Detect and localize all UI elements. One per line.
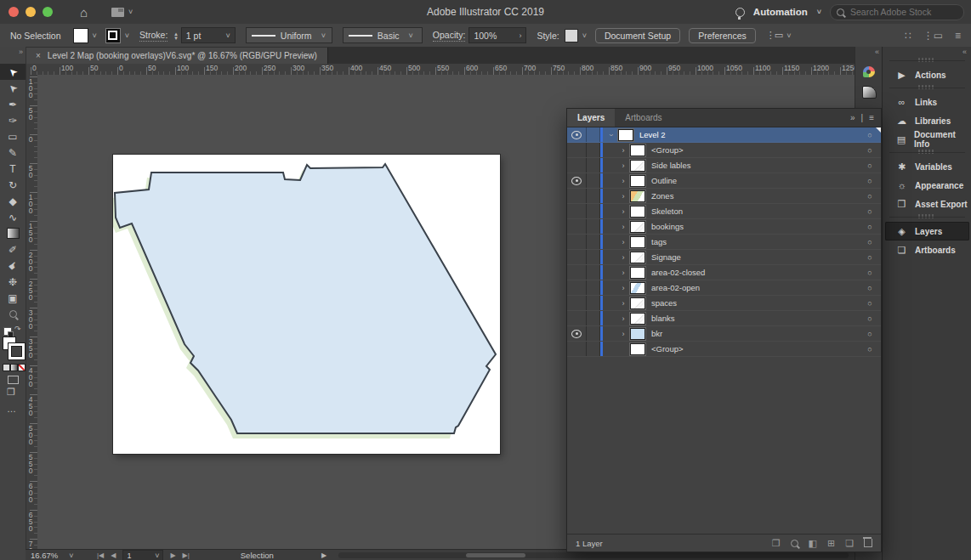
gradient-tool[interactable] xyxy=(0,225,26,241)
screen-mode-icon[interactable]: ❐ xyxy=(7,387,15,398)
next-artboard-button[interactable]: ▶ xyxy=(170,552,175,559)
lock-toggle[interactable] xyxy=(587,189,600,203)
layer-row[interactable]: ›bookings○ xyxy=(567,219,881,235)
target-circle-icon[interactable]: ○ xyxy=(859,161,881,170)
close-window-button[interactable] xyxy=(9,7,19,17)
selection-tool[interactable]: ➤ xyxy=(0,64,26,80)
eyedropper-tool[interactable]: ✐ xyxy=(0,241,26,257)
chevron-down-icon[interactable]: ˅ xyxy=(128,8,133,16)
workspace-switcher-icon[interactable]: ⋮▭ xyxy=(923,30,943,42)
make-clipping-mask-icon[interactable]: ◧ xyxy=(809,538,817,549)
layer-name[interactable]: spaces xyxy=(651,298,677,308)
tab-layers[interactable]: Layers xyxy=(567,109,615,127)
layer-row[interactable]: ›Level 2○ xyxy=(567,127,881,143)
dock-divider[interactable] xyxy=(883,57,971,65)
lock-toggle[interactable] xyxy=(587,250,600,264)
zoom-tool[interactable] xyxy=(0,306,26,322)
minimize-window-button[interactable] xyxy=(26,7,36,17)
new-sublayer-icon[interactable]: ⊞ xyxy=(827,538,835,549)
layer-row[interactable]: ›Zones○ xyxy=(567,189,881,204)
lock-toggle[interactable] xyxy=(587,235,600,249)
symbol-sprayer-tool[interactable]: ❉ xyxy=(0,274,26,290)
visibility-toggle[interactable] xyxy=(567,143,587,157)
close-tab-icon[interactable]: × xyxy=(36,51,41,60)
layer-name[interactable]: tags xyxy=(651,237,667,246)
paintbrush-tool[interactable]: ✎ xyxy=(0,144,26,161)
expand-chevron-icon[interactable]: › xyxy=(616,330,630,338)
rectangle-tool[interactable]: ▭ xyxy=(0,128,26,144)
new-layer-icon[interactable]: ❏ xyxy=(845,538,854,549)
first-artboard-button[interactable]: |◀ xyxy=(97,552,104,559)
dock-item-appearance[interactable]: ☼Appearance xyxy=(885,176,969,195)
target-circle-icon[interactable]: ○ xyxy=(859,299,881,308)
layer-row[interactable]: ›Outline○ xyxy=(567,173,881,189)
layer-name[interactable]: bookings xyxy=(651,222,684,231)
layer-name[interactable]: blanks xyxy=(651,314,674,323)
stock-search-field[interactable] xyxy=(830,4,964,20)
pen-tool[interactable]: ✒ xyxy=(0,96,26,112)
expand-chevron-icon[interactable]: › xyxy=(616,161,630,170)
type-tool[interactable]: T xyxy=(0,161,26,177)
automation-dropdown[interactable]: Automation ˅ xyxy=(753,7,821,17)
dock-item-artboards[interactable]: ❏Artboards xyxy=(885,240,969,259)
target-circle-icon[interactable]: ○ xyxy=(859,253,881,262)
layer-name[interactable]: area-02-open xyxy=(651,283,700,292)
layer-name[interactable]: bkr xyxy=(651,329,662,338)
dock-item-variables[interactable]: ✱Variables xyxy=(885,157,969,176)
dock-divider[interactable] xyxy=(883,213,971,222)
visibility-toggle[interactable] xyxy=(567,326,587,341)
gradient-panel-button[interactable] xyxy=(859,82,879,101)
target-circle-icon[interactable]: ○ xyxy=(859,177,881,185)
layer-row[interactable]: <Group>○ xyxy=(567,342,881,357)
variable-width-profile-dropdown[interactable]: Uniform ˅ xyxy=(246,27,332,43)
target-circle-icon[interactable]: ○ xyxy=(859,223,881,231)
color-panel-button[interactable] xyxy=(859,62,879,81)
artboard-number-dropdown[interactable]: 1 ˅ xyxy=(122,550,163,560)
dock-item-actions[interactable]: ▶Actions xyxy=(885,65,969,84)
locate-object-icon[interactable] xyxy=(791,540,798,547)
visibility-toggle[interactable] xyxy=(567,250,587,264)
layer-name[interactable]: Outline xyxy=(651,176,677,185)
expand-chevron-icon[interactable]: › xyxy=(616,223,630,231)
preferences-button[interactable]: Preferences xyxy=(689,28,756,43)
expand-chevron-icon[interactable]: › xyxy=(616,238,630,246)
document-setup-button[interactable]: Document Setup xyxy=(595,28,680,43)
collapse-dock-icon[interactable]: « xyxy=(875,48,879,56)
opacity-dropdown[interactable]: 100% › xyxy=(468,27,526,43)
visibility-toggle[interactable] xyxy=(567,342,587,356)
chevron-down-icon[interactable]: ˅ xyxy=(786,31,791,40)
opacity-label[interactable]: Opacity: xyxy=(433,30,466,42)
stepper-down-icon[interactable]: ▾ xyxy=(174,36,178,40)
target-circle-icon[interactable]: ○ xyxy=(859,207,881,216)
ruler-vertical[interactable]: 1005005010015020025030035040045050055060… xyxy=(26,75,38,549)
lock-toggle[interactable] xyxy=(587,219,600,234)
target-circle-icon[interactable]: ○ xyxy=(859,238,881,246)
chevron-down-icon[interactable]: ˅ xyxy=(125,31,129,40)
expand-chevron-icon[interactable]: › xyxy=(616,284,630,292)
brush-definition-dropdown[interactable]: Basic ˅ xyxy=(343,27,423,43)
search-input[interactable] xyxy=(849,6,957,18)
panel-menu-icon[interactable]: ≡ xyxy=(869,113,874,122)
last-artboard-button[interactable]: ▶| xyxy=(183,552,190,559)
lock-toggle[interactable] xyxy=(587,173,600,188)
draw-mode-icon[interactable] xyxy=(8,376,19,384)
previous-artboard-button[interactable]: ◀ xyxy=(111,552,116,559)
lock-toggle[interactable] xyxy=(587,342,600,356)
default-fill-stroke-icon[interactable] xyxy=(3,327,12,336)
visibility-toggle[interactable] xyxy=(567,265,587,280)
layer-name[interactable]: <Group> xyxy=(651,145,684,155)
fill-color-swatch[interactable] xyxy=(73,28,88,43)
layer-name[interactable]: Zones xyxy=(651,191,673,201)
dock-divider[interactable] xyxy=(883,84,971,93)
home-icon[interactable]: ⌂ xyxy=(80,5,88,20)
expand-chevron-icon[interactable]: › xyxy=(616,253,630,262)
lock-toggle[interactable] xyxy=(587,204,600,218)
edit-toolbar-icon[interactable]: … xyxy=(7,404,17,414)
layer-name[interactable]: <Group> xyxy=(651,344,684,354)
swap-fill-stroke-icon[interactable]: ↷ xyxy=(14,325,21,333)
tab-artboards[interactable]: Artboards xyxy=(615,109,672,127)
eraser-tool[interactable]: ◆ xyxy=(0,193,26,209)
expand-chevron-icon[interactable]: › xyxy=(607,128,616,142)
target-circle-icon[interactable]: ○ xyxy=(859,284,881,292)
visibility-toggle[interactable] xyxy=(567,127,587,142)
